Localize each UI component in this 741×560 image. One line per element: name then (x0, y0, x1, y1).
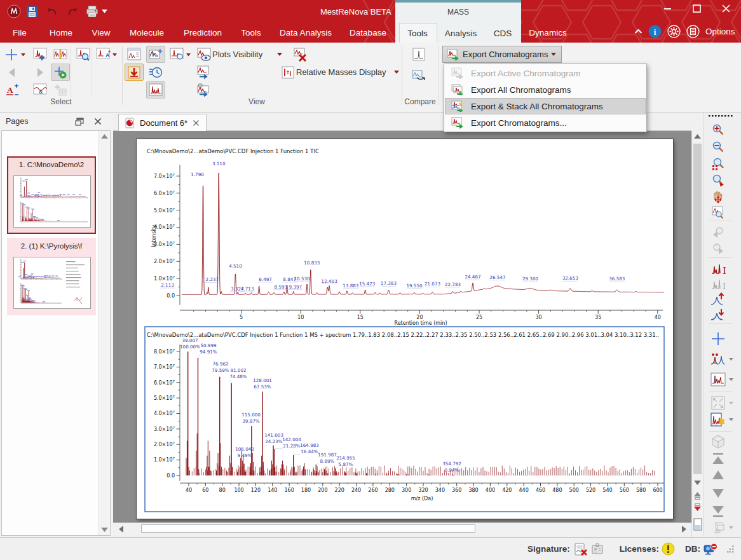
vertical-scrollbar[interactable] (691, 131, 703, 537)
first-page-icon[interactable] (710, 451, 726, 467)
zoom-in-icon[interactable] (710, 122, 726, 137)
last-page-icon[interactable] (710, 503, 726, 519)
redo-icon[interactable] (65, 4, 80, 19)
undo-icon[interactable] (44, 4, 60, 19)
page-thumbnail-2[interactable]: 2. (1) K:\Pyrolysis\f (7, 238, 96, 315)
close-button[interactable] (718, 1, 733, 15)
gear-icon[interactable] (667, 25, 681, 38)
signature-invalid-icon[interactable] (574, 542, 588, 556)
cube-3d-icon[interactable] (710, 434, 726, 449)
fit-selection-caret-icon[interactable] (729, 395, 735, 411)
parameters-window-button[interactable] (125, 46, 144, 63)
tab-analysis[interactable]: Analysis (445, 24, 477, 43)
previous-view-icon[interactable] (710, 225, 726, 240)
document-tab[interactable]: Document 6* (118, 114, 207, 131)
next-page-icon[interactable] (710, 486, 726, 502)
tab-cds[interactable]: CDS (494, 24, 512, 43)
scroll-up-icon[interactable] (692, 132, 703, 142)
crosshair-tool-icon[interactable] (710, 331, 726, 346)
mass-calibrate-button[interactable]: A (3, 81, 22, 99)
decrease-intensity-icon[interactable] (710, 307, 726, 322)
selection-table-button[interactable] (51, 81, 70, 99)
import-data-button[interactable] (125, 64, 144, 81)
document-tab-close-icon[interactable] (193, 120, 200, 126)
license-warning-icon[interactable] (662, 542, 675, 556)
help-book-icon[interactable] (686, 25, 700, 38)
show-spectrum-button[interactable] (146, 81, 165, 99)
relative-masses-icon[interactable] (278, 64, 297, 81)
options-menu[interactable]: Options (705, 27, 735, 36)
next-page-scroll-icon[interactable] (692, 502, 703, 512)
pan-icon[interactable] (710, 189, 726, 204)
previous-page-scroll-icon[interactable] (692, 490, 703, 500)
previous-intensity-icon[interactable]: I (710, 277, 726, 292)
toolbar-drag-handle[interactable] (709, 115, 734, 118)
collapse-ribbon-icon[interactable] (634, 29, 642, 34)
fit-selection-icon[interactable] (710, 395, 726, 411)
realtime-plot-button[interactable] (168, 46, 193, 63)
hide-all-plots-button[interactable] (291, 46, 310, 63)
document-canvas[interactable]: C:\MnovaDemo\2...ataDemo\PVC.CDF Injecti… (113, 131, 691, 522)
full-intensity-icon[interactable]: I (710, 261, 726, 277)
menu-data-analysis[interactable]: Data Analysis (280, 25, 332, 43)
menu-tools[interactable]: Tools (241, 25, 261, 43)
split-plots-button[interactable] (51, 46, 70, 63)
menu-item-export-active-chromatogram[interactable]: Export Active Chromatogram (445, 65, 646, 81)
peak-picking-icon[interactable] (710, 352, 726, 367)
menu-item-export-chromatograms-dialog[interactable]: Export Chromatograms... (445, 114, 646, 131)
export-chromatograms-button[interactable]: Export Chromatograms (442, 46, 562, 63)
menu-file[interactable]: File (13, 25, 27, 43)
page-layout-icon[interactable] (692, 516, 703, 533)
chromatogram-and-spectrum-charts[interactable]: C:\MnovaDemo\2...ataDemo\PVC.CDF Injecti… (137, 139, 673, 519)
menu-home[interactable]: Home (50, 25, 72, 43)
zoom-out-icon[interactable] (710, 139, 726, 154)
document-page[interactable]: C:\MnovaDemo\2...ataDemo\PVC.CDF Injecti… (137, 139, 673, 519)
scroll-down-icon[interactable] (692, 477, 703, 488)
increase-intensity-icon[interactable] (710, 292, 726, 307)
minimize-button[interactable] (660, 1, 676, 15)
menu-molecule[interactable]: Molecule (130, 25, 164, 43)
menu-item-export-all-chromatograms[interactable]: Export All Chromatograms (445, 81, 646, 98)
plots-visibility-caret-icon[interactable] (277, 53, 283, 57)
horizontal-scrollbar[interactable] (113, 522, 691, 534)
export-view-icon[interactable] (194, 64, 214, 81)
vertical-scroll-thumb[interactable] (693, 144, 702, 474)
plots-visibility-label[interactable]: Plots Visibility (212, 50, 262, 59)
previous-page-icon[interactable] (710, 468, 726, 483)
print-icon[interactable] (85, 4, 100, 19)
menu-item-export-stack-all-chromatograms[interactable]: Export & Stack All Chromatograms (445, 98, 646, 114)
spectrum-view-caret-icon[interactable] (729, 372, 735, 387)
crosshair-select-button[interactable] (3, 46, 28, 63)
next-view-icon[interactable] (710, 242, 726, 257)
zoom-region-icon[interactable] (710, 156, 726, 172)
acquisition-time-button[interactable] (146, 64, 165, 81)
add-trace-button[interactable] (31, 46, 50, 63)
ms-analysis-caret-icon[interactable] (729, 412, 735, 427)
info-icon[interactable]: i (648, 25, 662, 38)
resize-grip-icon[interactable] (727, 545, 735, 553)
peak-picking-caret-icon[interactable] (729, 352, 735, 367)
menu-prediction[interactable]: Prediction (184, 25, 222, 43)
float-panel-icon[interactable] (75, 118, 84, 126)
preview-zoom-icon[interactable] (710, 205, 726, 220)
spectrum-view-icon[interactable] (710, 372, 726, 387)
ms-analysis-icon[interactable] (710, 412, 726, 427)
compare-spectra-button[interactable] (409, 67, 428, 84)
menu-dynamics[interactable]: Dynamics (529, 25, 566, 43)
auto-select-button[interactable] (51, 64, 70, 81)
db-connection-icon[interactable] (703, 542, 718, 556)
superimpose-plots-button[interactable] (146, 46, 165, 63)
scroll-left-icon[interactable] (115, 524, 126, 534)
signature-id-icon[interactable] (590, 542, 604, 556)
pages-scrollbar[interactable] (99, 131, 110, 535)
zoom-selection-icon[interactable] (710, 173, 726, 188)
page-thumbnail-1[interactable]: 1. C:\MnovaDemo\2 (7, 156, 96, 234)
zoom-plot-button[interactable] (74, 46, 93, 63)
print-dropdown-caret-icon[interactable] (100, 4, 109, 19)
compare-peaks-button[interactable] (409, 46, 428, 63)
add-annotation-button[interactable]: A+ (94, 46, 119, 63)
next-item-button[interactable] (31, 64, 50, 81)
cube-32-caret-icon[interactable] (729, 520, 735, 535)
cube-32-icon[interactable]: 32 (710, 520, 726, 535)
pages-scroll-up-icon[interactable] (99, 132, 110, 142)
